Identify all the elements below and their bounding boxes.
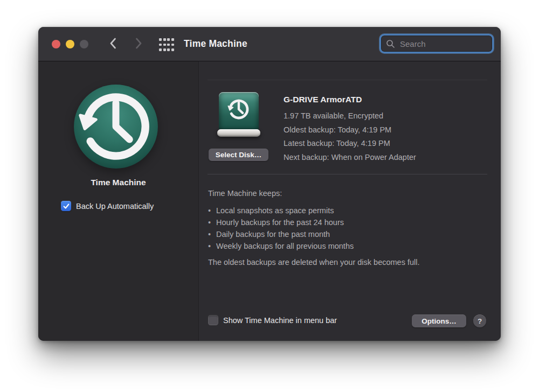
- time-machine-window: Time Machine: [38, 27, 501, 341]
- search-field[interactable]: [379, 34, 494, 53]
- list-item: • Weekly backups for all previous months: [208, 240, 420, 252]
- retention-heading: Time Machine keeps:: [208, 189, 420, 198]
- retention-footnote: The oldest backups are deleted when your…: [208, 256, 420, 268]
- help-button[interactable]: ?: [473, 314, 486, 327]
- disk-latest-backup: Latest backup: Today, 4:19 PM: [284, 137, 416, 151]
- disk-info: G-DRIVE ArmorATD 1.97 TB available, Encr…: [284, 95, 416, 164]
- search-input[interactable]: [399, 39, 487, 49]
- drive-clock-arrow-icon: [226, 96, 252, 122]
- divider-top: [208, 80, 487, 80]
- backup-automatically-label: Back Up Automatically: [76, 202, 154, 211]
- sidebar: Time Machine Back Up Automatically: [38, 61, 199, 341]
- divider-middle: [208, 174, 487, 174]
- back-button[interactable]: [105, 37, 120, 51]
- menu-bar-checkbox[interactable]: [208, 315, 218, 325]
- bullet: •: [208, 205, 216, 216]
- forward-button-disabled: [131, 37, 146, 51]
- chevron-right-icon: [135, 38, 142, 51]
- disk-name: G-DRIVE ArmorATD: [284, 95, 416, 104]
- menu-bar-label: Show Time Machine in menu bar: [223, 316, 337, 325]
- time-machine-logo-icon: [72, 82, 160, 171]
- list-item: • Hourly backups for the past 24 hours: [208, 216, 420, 228]
- app-grid-icon: [159, 38, 162, 41]
- disk-next-backup: Next backup: When on Power Adapter: [284, 151, 416, 165]
- chevron-left-icon: [109, 38, 116, 51]
- show-all-button[interactable]: [158, 38, 175, 51]
- disk-available: 1.97 TB available, Encrypted: [284, 109, 416, 123]
- checkmark-icon: [63, 202, 70, 210]
- traffic-lights: [52, 40, 88, 48]
- search-icon: [386, 39, 395, 48]
- close-button[interactable]: [52, 40, 60, 48]
- retention-policy: Time Machine keeps: • Local snapshots as…: [208, 189, 420, 268]
- menu-bar-row: Show Time Machine in menu bar: [208, 315, 337, 325]
- backup-automatically-row: Back Up Automatically: [61, 201, 154, 211]
- bullet: •: [208, 228, 216, 240]
- options-button[interactable]: Options…: [412, 314, 466, 327]
- sidebar-app-label: Time Machine: [38, 178, 198, 187]
- backup-disk-icon: [217, 92, 260, 137]
- bullet: •: [208, 216, 216, 228]
- titlebar: Time Machine: [38, 27, 501, 61]
- backup-automatically-checkbox[interactable]: [61, 201, 71, 211]
- content-pane: Select Disk… G-DRIVE ArmorATD 1.97 TB av…: [199, 61, 501, 341]
- disk-oldest-backup: Oldest backup: Today, 4:19 PM: [284, 123, 416, 137]
- zoom-button-disabled: [80, 40, 88, 48]
- minimize-button[interactable]: [66, 40, 74, 48]
- list-item: • Local snapshots as space permits: [208, 205, 420, 216]
- bullet: •: [208, 240, 216, 252]
- select-disk-button[interactable]: Select Disk…: [209, 149, 268, 161]
- list-item: • Daily backups for the past month: [208, 228, 420, 240]
- window-title: Time Machine: [184, 27, 247, 61]
